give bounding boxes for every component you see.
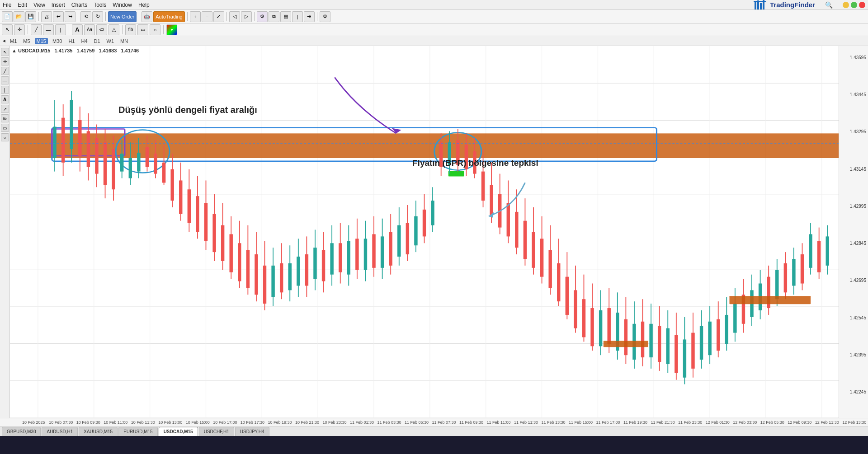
lt-rect[interactable]: ▭: [1, 124, 9, 132]
svg-rect-212: [784, 263, 787, 292]
print-button[interactable]: 🖨: [41, 11, 52, 22]
menu-window[interactable]: Window: [113, 2, 132, 8]
lt-hline[interactable]: —: [1, 76, 9, 84]
svg-rect-54: [120, 154, 123, 172]
chart-area[interactable]: ▲ USDCAD,M15 1.41735 1.41759 1.41683 1.4…: [10, 46, 839, 418]
vline-tool[interactable]: |: [55, 24, 66, 35]
chart-shift-button[interactable]: ⇥: [304, 11, 315, 22]
lt-arrow[interactable]: ↗: [1, 105, 9, 113]
scroll-right-button[interactable]: ▷: [241, 11, 252, 22]
svg-rect-222: [826, 236, 829, 265]
lt-vline[interactable]: |: [1, 86, 9, 94]
refresh-button[interactable]: ↻: [92, 11, 103, 22]
history-button[interactable]: ⟲: [80, 11, 91, 22]
maximize-button[interactable]: [851, 2, 857, 8]
text-tool[interactable]: A: [72, 24, 83, 35]
zoom-out-button[interactable]: −: [202, 11, 212, 22]
template-button[interactable]: ▤: [280, 11, 291, 22]
scroll-left-button[interactable]: ◁: [229, 11, 240, 22]
tab-usdchf-h1[interactable]: USDCHF,H1: [199, 427, 234, 436]
symbol-label: ◂: [3, 38, 5, 44]
menu-tools[interactable]: Tools: [94, 2, 106, 8]
tab-usdcad-m15[interactable]: USDCAD,M15: [159, 427, 198, 436]
tf-mn[interactable]: MN: [118, 38, 130, 44]
tab-eurusd-m15[interactable]: EURUSD,M15: [118, 427, 157, 436]
tab-usdjpy-h4[interactable]: USDJPY,H4: [235, 427, 269, 436]
tf-h4[interactable]: H4: [79, 38, 89, 44]
tf-m15[interactable]: M15: [35, 38, 48, 44]
bottom-tabs: GBPUSD,M30 AUDUSD,H1 XAUUSD,M15 EURUSD,M…: [0, 426, 868, 436]
line-tool[interactable]: ╱: [31, 24, 42, 35]
draw-sep4: [163, 25, 164, 34]
toolbar1: 📄 📂 💾 🖨 ↩ ↪ ⟲ ↻ New Order 🤖 AutoTrading …: [0, 10, 868, 23]
tf-d1[interactable]: D1: [92, 38, 102, 44]
tf-w1[interactable]: W1: [105, 38, 116, 44]
new-order-button[interactable]: New Order: [108, 11, 137, 22]
time-label-4: 10 Feb 11:30: [129, 420, 157, 425]
lt-cursor[interactable]: ↖: [1, 48, 9, 56]
menu-edit[interactable]: Edit: [18, 2, 27, 8]
auto-trading-button[interactable]: AutoTrading: [153, 11, 185, 22]
menu-charts[interactable]: Charts: [71, 2, 87, 8]
svg-rect-114: [372, 234, 375, 267]
svg-rect-168: [599, 310, 602, 346]
tf-m30[interactable]: M30: [51, 38, 64, 44]
arrow-up-tool[interactable]: △: [108, 24, 119, 35]
tab-audusd-h1[interactable]: AUDUSD,H1: [42, 427, 78, 436]
menu-file[interactable]: File: [3, 2, 11, 8]
label-tool[interactable]: 🏷: [96, 24, 107, 35]
svg-rect-102: [322, 250, 325, 281]
tf-m1[interactable]: M1: [8, 38, 19, 44]
separator8: [317, 12, 317, 21]
tab-gbpusd-m30[interactable]: GBPUSD,M30: [2, 427, 41, 436]
svg-rect-218: [809, 234, 812, 267]
time-label-18: 11 Feb 11:30: [512, 420, 540, 425]
period-sep-button[interactable]: |: [292, 11, 303, 22]
properties-button[interactable]: ⚙: [320, 11, 330, 22]
cursor-tool[interactable]: ↖: [2, 24, 13, 35]
lt-fibo[interactable]: fib: [1, 114, 9, 122]
ellipse-tool[interactable]: ○: [150, 24, 160, 35]
lt-cross[interactable]: ✛: [1, 57, 9, 66]
hline-tool[interactable]: —: [43, 24, 54, 35]
rect-tool[interactable]: ▭: [137, 24, 148, 35]
close-button[interactable]: [859, 2, 865, 8]
tab-xauusd-m15[interactable]: XAUUSD,M15: [79, 427, 118, 436]
text2-tool[interactable]: Aa: [84, 24, 95, 35]
separator4: [139, 12, 139, 21]
minimize-button[interactable]: [843, 2, 849, 8]
time-label-17: 11 Feb 11:00: [485, 420, 513, 425]
menu-view[interactable]: View: [33, 2, 45, 8]
svg-rect-156: [548, 250, 552, 288]
open-button[interactable]: 📂: [14, 11, 24, 22]
tf-h1[interactable]: H1: [66, 38, 76, 44]
svg-rect-116: [381, 236, 384, 267]
lt-circle[interactable]: ○: [1, 133, 9, 141]
time-label-24: 11 Feb 23:30: [676, 420, 704, 425]
svg-rect-170: [607, 308, 610, 344]
new-chart-button[interactable]: 📄: [2, 11, 13, 22]
svg-rect-140: [481, 172, 485, 201]
search-icon[interactable]: 🔍: [825, 1, 833, 9]
time-label-2: 10 Feb 09:30: [75, 420, 102, 425]
objects-button[interactable]: ⧉: [269, 11, 279, 22]
indicators-button[interactable]: ⚙: [257, 11, 268, 22]
save-button[interactable]: 💾: [25, 11, 36, 22]
color-picker-button[interactable]: ▾: [166, 24, 177, 35]
menu-insert[interactable]: Insert: [52, 2, 65, 8]
menu-help[interactable]: Help: [138, 2, 150, 8]
svg-rect-40: [61, 118, 65, 163]
svg-rect-44: [78, 120, 81, 156]
redo-button[interactable]: ↪: [65, 11, 75, 22]
lt-text[interactable]: A: [1, 95, 9, 103]
svg-rect-132: [448, 142, 451, 165]
lt-line[interactable]: ╱: [1, 67, 9, 75]
undo-button[interactable]: ↩: [53, 11, 64, 22]
zoom-in-button[interactable]: +: [190, 11, 201, 22]
fibo-tool[interactable]: fib: [125, 24, 136, 35]
zoom-fit-button[interactable]: ⤢: [213, 11, 224, 22]
crosshair-tool[interactable]: ✛: [14, 24, 25, 35]
svg-rect-180: [649, 324, 652, 357]
tf-m5[interactable]: M5: [21, 38, 32, 44]
time-axis: 10 Feb 2025 10 Feb 07:30 10 Feb 09:30 10…: [0, 418, 868, 426]
